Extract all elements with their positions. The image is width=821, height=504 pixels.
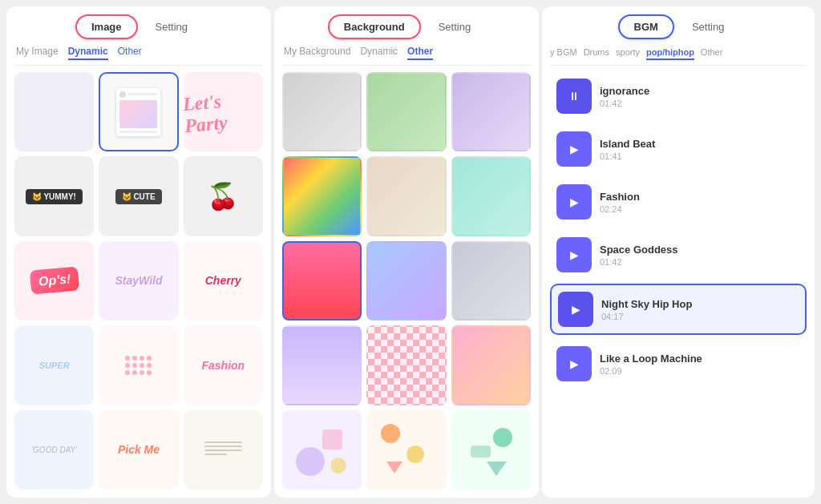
bgm-info-3: Fashion 02:24 xyxy=(600,191,800,214)
staywild-label: StayWild xyxy=(115,274,162,287)
bgm-thumb-1[interactable]: ⏸ xyxy=(556,79,592,114)
notes-mockup xyxy=(201,438,245,461)
yummy-label: 🐱YUMMY! xyxy=(26,189,83,204)
pause-icon: ⏸ xyxy=(568,90,580,103)
other-bg-tab[interactable]: Other xyxy=(407,46,433,60)
cherry-emoji: 🍒 xyxy=(207,181,239,212)
background-tab-btn[interactable]: Background xyxy=(328,14,421,39)
bgm-panel-tabs: BGM Setting xyxy=(550,14,807,39)
bgm-info-5: Night Sky Hip Hop 04:17 xyxy=(601,298,799,321)
bg-item-6[interactable] xyxy=(451,156,531,236)
bg-item-4[interactable] xyxy=(282,156,362,236)
bg-item-11[interactable] xyxy=(366,325,446,405)
super-label: SUPER xyxy=(39,361,70,370)
bg-item-5[interactable] xyxy=(366,156,446,236)
bgm-duration-5: 04:17 xyxy=(601,312,799,321)
svg-rect-1 xyxy=(322,429,342,450)
bgm-track-2[interactable]: ▶ Island Beat 01:41 xyxy=(550,125,807,173)
bg-panel-tabs: Background Setting xyxy=(282,14,531,39)
bg-item-7[interactable] xyxy=(282,241,362,321)
sticker-cherry-text[interactable]: Cherry xyxy=(184,241,263,321)
dynamic-bg-tab[interactable]: Dynamic xyxy=(360,46,398,60)
bgm-thumb-4[interactable]: ▶ xyxy=(556,237,592,272)
cherry-text-label: Cherry xyxy=(205,274,241,287)
goodday-label: 'GOOD DAY' xyxy=(31,446,77,454)
bg-item-15[interactable] xyxy=(451,410,531,490)
genre-tab-sporty[interactable]: sporty xyxy=(616,46,640,60)
bg-item-9[interactable] xyxy=(451,241,531,321)
svg-point-0 xyxy=(296,447,325,476)
sticker-letspary[interactable]: Let's Party xyxy=(184,72,263,151)
background-panel: Background Setting My Background Dynamic… xyxy=(274,6,539,498)
genre-tab-ybgm[interactable]: y BGM xyxy=(550,46,577,60)
ops-label: Op's! xyxy=(29,267,79,295)
image-tab-btn[interactable]: Image xyxy=(75,14,138,39)
setting-tab-btn-bg[interactable]: Setting xyxy=(424,14,485,39)
sticker-pink-dots[interactable] xyxy=(99,325,178,405)
bgm-duration-1: 01:42 xyxy=(600,99,800,108)
bgm-thumb-6[interactable]: ▶ xyxy=(556,346,592,381)
bgm-track-5[interactable]: ▶ Night Sky Hip Hop 04:17 xyxy=(550,284,807,335)
bgm-tab-btn[interactable]: BGM xyxy=(618,14,674,39)
bg-item-14[interactable] xyxy=(366,410,446,490)
pink-dots-pattern xyxy=(125,356,152,375)
genre-tab-other[interactable]: Other xyxy=(701,46,723,60)
bgm-track-1[interactable]: ⏸ ignorance 01:42 xyxy=(550,72,807,120)
bgm-title-2: Island Beat xyxy=(600,138,800,150)
bg-item-8[interactable] xyxy=(366,241,446,321)
bgm-thumb-2[interactable]: ▶ xyxy=(556,131,592,167)
bgm-track-6[interactable]: ▶ Like a Loop Machine 02:09 xyxy=(550,340,807,388)
bgm-duration-3: 02:24 xyxy=(600,204,800,214)
bgm-track-4[interactable]: ▶ Space Goddess 01:42 xyxy=(550,231,807,279)
setting-tab-btn-bgm[interactable]: Setting xyxy=(677,14,738,39)
play-icon-4: ▶ xyxy=(570,248,579,261)
bgm-title-5: Night Sky Hip Hop xyxy=(601,298,799,310)
my-background-tab[interactable]: My Background xyxy=(284,46,350,60)
sticker-cute[interactable]: 🐱CUTE xyxy=(99,156,178,236)
sticker-notes[interactable] xyxy=(184,410,263,490)
sticker-goodday[interactable]: 'GOOD DAY' xyxy=(14,410,94,490)
bg-item-13[interactable] xyxy=(282,410,362,490)
my-image-tab[interactable]: My Image xyxy=(16,46,59,60)
play-icon-3: ▶ xyxy=(570,196,579,208)
bgm-genre-tabs: y BGM Drums sporty pop/hiphop Other xyxy=(550,46,807,66)
svg-point-6 xyxy=(493,428,512,447)
bg-item-10[interactable] xyxy=(282,325,362,405)
svg-marker-8 xyxy=(487,462,507,476)
pickme-label: Pick Me xyxy=(118,443,160,456)
bg-item-12[interactable] xyxy=(451,325,531,405)
bgm-panel: BGM Setting y BGM Drums sporty pop/hipho… xyxy=(542,6,815,498)
sticker-instagram[interactable] xyxy=(99,72,178,151)
sticker-super[interactable]: SUPER xyxy=(14,325,94,405)
bg-item-2[interactable] xyxy=(366,72,446,151)
bgm-thumb-3[interactable]: ▶ xyxy=(556,184,592,220)
sticker-yummy[interactable]: 🐱YUMMY! xyxy=(14,156,94,236)
genre-tab-drums[interactable]: Drums xyxy=(584,46,609,60)
image-panel: Image Setting My Image Dynamic Other Let… xyxy=(6,6,271,498)
fashion-label: Fashion xyxy=(201,359,245,372)
sticker-pickme[interactable]: Pick Me xyxy=(99,410,178,490)
bg-item-1[interactable] xyxy=(282,72,362,151)
bgm-info-1: ignorance 01:42 xyxy=(600,85,800,108)
sticker-ops[interactable]: Op's! xyxy=(14,241,94,321)
bgm-title-3: Fashion xyxy=(600,191,800,203)
image-panel-tabs: Image Setting xyxy=(14,14,263,39)
play-icon-6: ▶ xyxy=(570,357,579,370)
play-icon-2: ▶ xyxy=(570,143,579,155)
dynamic-tab[interactable]: Dynamic xyxy=(68,46,108,60)
genre-tab-pop[interactable]: pop/hiphop xyxy=(646,46,694,60)
bg-sub-tabs: My Background Dynamic Other xyxy=(282,46,531,66)
bgm-thumb-5[interactable]: ▶ xyxy=(558,292,593,327)
sticker-cherry[interactable]: 🍒 xyxy=(184,156,263,236)
sticker-staywild[interactable]: StayWild xyxy=(99,241,178,321)
other-image-tab[interactable]: Other xyxy=(118,46,142,60)
bgm-track-3[interactable]: ▶ Fashion 02:24 xyxy=(550,178,807,226)
svg-rect-4 xyxy=(406,446,424,463)
bgm-title-6: Like a Loop Machine xyxy=(600,353,800,365)
bgm-info-2: Island Beat 01:41 xyxy=(600,138,800,161)
sticker-fashion[interactable]: Fashion xyxy=(184,325,263,405)
bg-item-3[interactable] xyxy=(451,72,531,151)
sticker-blank[interactable] xyxy=(14,72,94,151)
svg-marker-5 xyxy=(386,462,402,474)
setting-tab-btn-image[interactable]: Setting xyxy=(141,14,202,39)
